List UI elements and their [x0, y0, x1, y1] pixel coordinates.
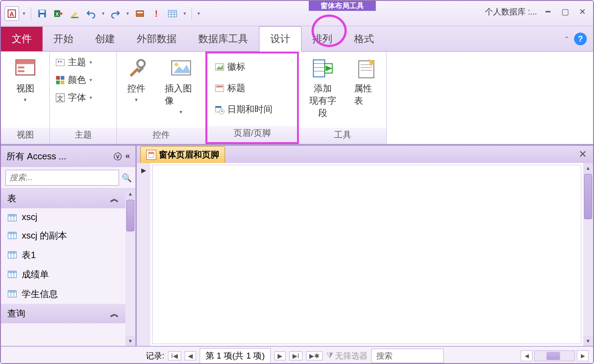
redo-dropdown[interactable]: ▼: [125, 6, 131, 21]
tab-database-tools[interactable]: 数据库工具: [187, 27, 259, 51]
svg-rect-40: [216, 106, 221, 108]
scroll-thumb[interactable]: [126, 200, 134, 231]
nav-item-table[interactable]: xscj 的副本: [1, 226, 125, 245]
scroll-right-icon[interactable]: ▶: [577, 350, 589, 361]
prev-record-button[interactable]: ◀: [185, 351, 196, 360]
nav-item-table[interactable]: 表1: [1, 245, 125, 265]
close-button[interactable]: ✕: [576, 7, 589, 17]
view-button[interactable]: 视图 ▼: [10, 55, 41, 104]
minimize-button[interactable]: ━: [541, 7, 554, 17]
alert-icon[interactable]: !: [149, 6, 163, 21]
scroll-down-icon[interactable]: ▼: [583, 336, 593, 346]
property-sheet-button[interactable]: 属性表: [350, 55, 383, 109]
insert-image-button[interactable]: 插入图像▼: [160, 55, 201, 116]
highlight-icon[interactable]: [67, 6, 82, 21]
tab-external-data[interactable]: 外部数据: [126, 27, 187, 51]
tools-icon: [125, 57, 148, 80]
nav-item-table[interactable]: 成绩单: [1, 265, 125, 284]
svg-rect-72: [148, 152, 154, 154]
svg-point-23: [60, 61, 62, 62]
colors-icon: [55, 75, 65, 85]
undo-icon[interactable]: [84, 6, 98, 21]
nav-search-input[interactable]: [5, 170, 119, 186]
nav-item-table[interactable]: 学生信息: [1, 284, 125, 304]
group-label-headerfooter: 页眉/页脚: [207, 126, 297, 142]
view-button-label: 视图: [16, 82, 34, 95]
logo-button[interactable]: 徽标: [213, 60, 274, 74]
scroll-up-icon[interactable]: ▲: [583, 163, 593, 173]
nav-scrollbar[interactable]: ▲ ▼: [125, 189, 135, 346]
navigation-pane: 所有 Access ... ⓥ « 🔍 表︽ xscj xscj 的副本 表1 …: [1, 146, 137, 346]
scroll-down-icon[interactable]: ▼: [125, 336, 135, 346]
fonts-button[interactable]: 文字体▼: [53, 91, 95, 105]
tab-file[interactable]: 文件: [1, 27, 43, 51]
form-canvas[interactable]: [152, 165, 581, 344]
svg-rect-24: [56, 76, 60, 79]
svg-rect-56: [8, 232, 16, 235]
save-icon[interactable]: [35, 6, 49, 21]
table-icon: [7, 250, 17, 260]
vertical-scrollbar[interactable]: ▲ ▼: [583, 163, 593, 346]
form-view-icon: [14, 57, 37, 80]
last-record-button[interactable]: ▶I: [289, 351, 302, 360]
themes-button[interactable]: 主题▼: [53, 55, 95, 69]
redo-icon[interactable]: [108, 6, 123, 21]
calendar-clock-icon: [215, 105, 225, 115]
property-sheet-icon: [355, 57, 378, 80]
help-icon[interactable]: ?: [574, 33, 587, 45]
tab-home[interactable]: 开始: [43, 27, 84, 51]
svg-rect-19: [18, 67, 24, 68]
svg-rect-9: [137, 12, 143, 13]
svg-rect-52: [8, 215, 16, 217]
datetime-button[interactable]: 日期和时间: [213, 102, 274, 116]
new-record-button[interactable]: ▶✱: [306, 351, 323, 360]
nav-category-tables[interactable]: 表︽: [1, 189, 125, 208]
add-existing-fields-button[interactable]: 添加 现有字段: [302, 55, 343, 121]
fonts-icon: 文: [55, 93, 65, 103]
title-button[interactable]: 标题: [213, 81, 274, 95]
scroll-left-icon[interactable]: ◀: [521, 350, 532, 361]
triangle-right-icon: ▶: [141, 167, 146, 174]
nav-item-table[interactable]: xscj: [1, 208, 125, 226]
form-wizard-icon[interactable]: [133, 6, 147, 21]
search-icon[interactable]: 🔍: [122, 173, 132, 183]
app-icon[interactable]: A: [5, 6, 19, 21]
controls-button[interactable]: 控件▼: [120, 55, 152, 104]
scroll-up-icon[interactable]: ▲: [125, 189, 135, 199]
export-excel-icon[interactable]: X: [51, 6, 66, 21]
qat-customize-dropdown[interactable]: ▼: [196, 6, 202, 21]
table-icon: [7, 213, 17, 223]
logo-icon: [215, 62, 225, 72]
tab-format[interactable]: 格式: [343, 27, 385, 51]
ribbon-collapse-icon[interactable]: ⌃: [564, 35, 570, 43]
undo-dropdown[interactable]: ▼: [100, 6, 106, 21]
tab-design[interactable]: 设计: [259, 26, 302, 52]
maximize-button[interactable]: ▢: [559, 7, 571, 17]
work-area: 窗体页眉和页脚 ✕ ▶ ▲ ▼: [137, 146, 593, 346]
document-tab[interactable]: 窗体页眉和页脚: [140, 146, 225, 163]
tab-arrange[interactable]: 排列: [302, 27, 343, 51]
nav-pane-title[interactable]: 所有 Access ...: [6, 150, 66, 163]
record-selector-gutter[interactable]: ▶: [137, 163, 150, 346]
close-document-icon[interactable]: ✕: [579, 148, 587, 160]
record-search-input[interactable]: 搜索: [371, 349, 444, 363]
first-record-button[interactable]: I◀: [168, 351, 181, 360]
datasheet-icon[interactable]: [165, 6, 180, 21]
nav-dropdown-icon[interactable]: ⓥ: [114, 151, 122, 162]
svg-rect-20: [18, 70, 24, 72]
svg-rect-64: [8, 271, 16, 273]
svg-point-22: [58, 61, 60, 62]
chevron-down-icon: ▼: [23, 97, 28, 102]
colors-button[interactable]: 颜色▼: [53, 73, 95, 87]
record-counter[interactable]: 第 1 项(共 1 项): [200, 348, 271, 364]
scroll-thumb[interactable]: [584, 174, 592, 219]
next-record-button[interactable]: ▶: [274, 351, 286, 360]
datasheet-dropdown[interactable]: ▼: [182, 6, 188, 21]
app-menu-dropdown[interactable]: ▼: [21, 6, 27, 21]
nav-category-queries[interactable]: 查询︽: [1, 304, 125, 323]
horizontal-scrollbar[interactable]: ◀ ▶: [521, 350, 589, 361]
nav-collapse-icon[interactable]: «: [125, 151, 130, 162]
quick-access-toolbar: A ▼ X ▼ ▼ ! ▼ ▼ 窗体布局工具 个人数据库 :... ━ ▢ ✕: [1, 1, 593, 26]
tab-create[interactable]: 创建: [84, 27, 126, 51]
scroll-thumb[interactable]: [546, 352, 560, 360]
